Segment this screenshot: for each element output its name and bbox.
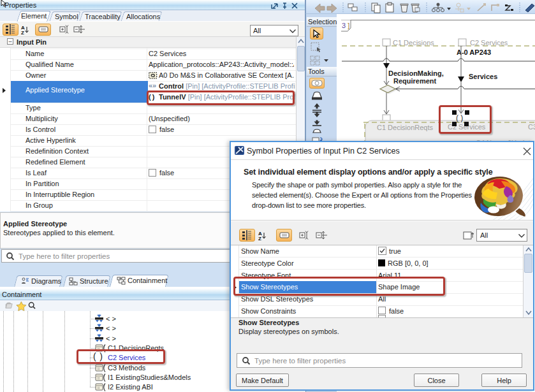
svg-text:C2 Services: C2 Services: [470, 39, 508, 47]
svg-text:C1 DecisionReqts: C1 DecisionReqts: [377, 124, 434, 131]
svg-text:DecisionMaking,: DecisionMaking,: [388, 69, 444, 77]
svg-text:Requirement: Requirement: [393, 77, 437, 85]
svg-text:Z: Z: [21, 30, 24, 36]
svg-text:C1 Decisions: C1 Decisions: [393, 39, 434, 47]
svg-text:Services: Services: [469, 73, 497, 80]
svg-text:Z: Z: [258, 236, 261, 242]
svg-text:C3: C3: [528, 123, 535, 131]
svg-text:A-0 AP243: A-0 AP243: [457, 48, 491, 56]
